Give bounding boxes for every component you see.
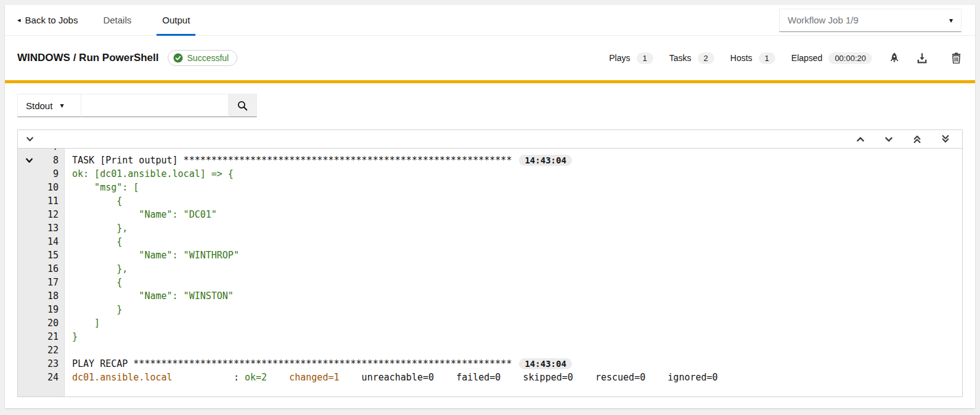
job-status-color-bar	[5, 80, 975, 83]
log-text: PLAY RECAP *****************************…	[65, 357, 572, 371]
line-number-gutter: 22	[18, 343, 65, 357]
collapse-all-toggle[interactable]	[26, 135, 34, 143]
log-text	[65, 149, 72, 154]
angle-double-down-icon	[941, 134, 950, 144]
workflow-job-select-value: Workflow Job 1/9	[788, 15, 859, 25]
angle-double-up-icon	[913, 134, 921, 144]
delete-job-button[interactable]	[951, 52, 962, 64]
timestamp-badge: 14:43:04	[519, 155, 571, 166]
expand-task-chevron-icon[interactable]	[25, 157, 33, 165]
chevron-down-icon	[26, 135, 34, 143]
tab-details[interactable]: Details	[97, 5, 137, 36]
line-number: 18	[47, 290, 59, 302]
line-number-gutter: 16	[18, 262, 65, 276]
log-line: 18 "Name": "WINSTON"	[18, 289, 962, 303]
search-filter-select[interactable]: Stdout ▾	[17, 94, 81, 117]
scroll-nav-group	[856, 134, 950, 144]
log-line: 23PLAY RECAP ***************************…	[18, 357, 962, 371]
job-output-card: ◂ Back to Jobs Details Output Workflow J…	[5, 5, 975, 408]
log-text: ]	[65, 316, 100, 330]
line-number-gutter: 23	[18, 357, 65, 371]
log-text: {	[65, 276, 122, 289]
angle-up-icon	[856, 135, 865, 144]
search-submit-button[interactable]	[229, 94, 257, 117]
back-arrow-icon: ◂	[17, 16, 21, 24]
elapsed-time-badge: 00:00:20	[828, 52, 872, 64]
line-number: 24	[47, 372, 59, 383]
stdout-output-panel: 78TASK [Print output] ******************…	[17, 129, 963, 397]
line-number: 10	[47, 182, 59, 193]
log-line: 16 },	[18, 262, 962, 276]
search-icon	[237, 101, 248, 111]
angle-down-icon	[884, 135, 893, 144]
stat-hosts: Hosts 1	[730, 52, 775, 64]
line-number-gutter: 12	[18, 208, 65, 221]
line-number: 7	[53, 149, 59, 152]
line-number-gutter: 7	[18, 149, 65, 154]
trash-icon	[951, 52, 962, 64]
check-circle-icon	[173, 53, 183, 63]
log-line: 17 {	[18, 276, 962, 289]
scroll-first-button[interactable]	[913, 134, 921, 144]
line-number-gutter: 20	[18, 316, 65, 330]
search-filter-value: Stdout	[26, 101, 52, 111]
search-input[interactable]	[81, 94, 229, 117]
line-number: 9	[53, 168, 59, 179]
line-number-gutter	[18, 384, 65, 397]
log-text: "Name": "DC01"	[65, 208, 217, 221]
relaunch-button[interactable]	[889, 52, 900, 64]
download-output-button[interactable]	[917, 52, 928, 64]
scroll-previous-button[interactable]	[856, 135, 865, 144]
log-line: 11 {	[18, 194, 962, 208]
scroll-last-button[interactable]	[941, 134, 950, 144]
line-number: 12	[47, 209, 59, 220]
line-number: 11	[47, 195, 59, 207]
log-text: "msg": [	[65, 181, 139, 194]
log-line: 13 },	[18, 221, 962, 235]
back-to-jobs-label: Back to Jobs	[25, 15, 78, 25]
line-number: 19	[47, 304, 59, 315]
line-number: 13	[47, 223, 59, 234]
line-number-gutter: 9	[18, 167, 65, 181]
line-number-gutter: 24	[18, 371, 65, 384]
log-text	[65, 384, 72, 397]
log-text: }	[65, 303, 122, 316]
stat-elapsed: Elapsed 00:00:20	[791, 52, 872, 64]
job-stats: Plays 1 Tasks 2 Hosts 1 Elapsed 00:00:20	[609, 52, 962, 64]
workflow-job-select[interactable]: Workflow Job 1/9 ▾	[779, 9, 962, 32]
job-header: WINDOWS / Run PowerShell Successful Play…	[5, 36, 975, 80]
log-text: ok: [dc01.ansible.local] => {	[65, 167, 234, 181]
line-number: 22	[47, 345, 59, 356]
line-number-gutter: 21	[18, 330, 65, 343]
log-line: 22	[18, 343, 962, 357]
tabbar: ◂ Back to Jobs Details Output Workflow J…	[5, 5, 975, 36]
log-line: 12 "Name": "DC01"	[18, 208, 962, 221]
log-lines: 78TASK [Print output] ******************…	[18, 149, 962, 397]
page-title: WINDOWS / Run PowerShell	[17, 52, 159, 64]
line-number: 15	[47, 250, 59, 261]
line-number: 14	[47, 236, 59, 247]
line-number: 17	[47, 277, 59, 288]
output-log-viewport[interactable]: 78TASK [Print output] ******************…	[18, 149, 962, 397]
rocket-icon	[889, 52, 900, 64]
tab-output[interactable]: Output	[157, 5, 195, 36]
log-line	[18, 384, 962, 397]
status-badge: Successful	[168, 50, 238, 66]
line-number-gutter: 13	[18, 221, 65, 235]
log-line: 21}	[18, 330, 962, 343]
log-text: },	[65, 262, 128, 276]
log-line: 24dc01.ansible.local : ok=2 changed=1 un…	[18, 371, 962, 384]
tasks-count-badge: 2	[698, 52, 714, 64]
chevron-down-icon: ▾	[60, 101, 63, 110]
stat-tasks: Tasks 2	[669, 52, 714, 64]
back-to-jobs-link[interactable]: ◂ Back to Jobs	[17, 15, 78, 25]
scroll-next-button[interactable]	[884, 135, 893, 144]
log-text: },	[65, 221, 128, 235]
chevron-down-icon: ▾	[949, 16, 953, 25]
log-text: "Name": "WINSTON"	[65, 289, 234, 303]
log-text: "Name": "WINTHROP"	[65, 249, 239, 262]
log-text: }	[65, 330, 78, 343]
log-text: dc01.ansible.local : ok=2 changed=1 unre…	[65, 371, 718, 384]
line-number-gutter: 17	[18, 276, 65, 289]
log-line: 10 "msg": [	[18, 181, 962, 194]
